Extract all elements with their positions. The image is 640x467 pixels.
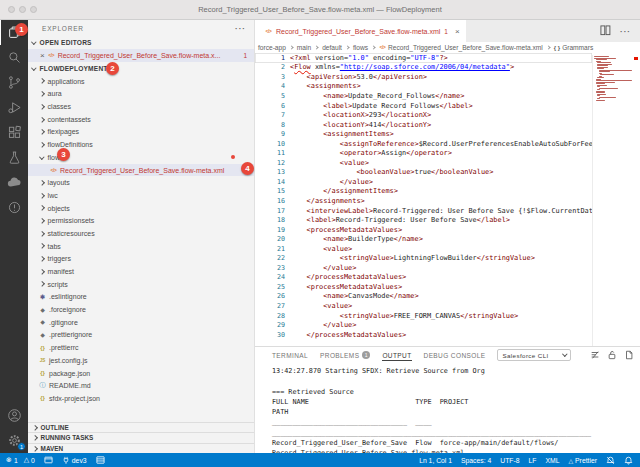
account-icon[interactable] bbox=[0, 403, 28, 428]
code-line-4[interactable]: 4 <assignments> bbox=[255, 82, 592, 92]
code-line-18[interactable]: 18 <label>Record-Triggered: User Before … bbox=[255, 215, 592, 225]
code-line-6[interactable]: 6 <label>Update Record Follows</label> bbox=[255, 101, 592, 111]
tree-item-permissionsets[interactable]: permissionsets bbox=[28, 214, 254, 227]
split-editor-icon[interactable] bbox=[600, 22, 611, 40]
clear-output-icon[interactable] bbox=[590, 350, 600, 361]
close-editor-icon[interactable]: × bbox=[40, 52, 45, 59]
window-controls[interactable] bbox=[8, 6, 37, 13]
run-debug-icon[interactable] bbox=[0, 95, 28, 120]
code-line-20[interactable]: 20 <name>BuilderType</name> bbox=[255, 234, 592, 244]
panel-tab-output[interactable]: OUTPUT bbox=[382, 347, 411, 363]
breadcrumb[interactable]: force-appmaindefaultflowsRecord_Triggere… bbox=[255, 42, 640, 53]
zoom-window-icon[interactable] bbox=[30, 6, 37, 13]
source-control-icon[interactable] bbox=[0, 70, 28, 95]
tree-item-applications[interactable]: applications bbox=[28, 75, 254, 88]
code-line-9[interactable]: 9 <assignmentItems> bbox=[255, 129, 592, 139]
indentation[interactable]: Spaces: 4 bbox=[461, 457, 491, 464]
breadcrumb-item[interactable]: flows bbox=[353, 44, 368, 51]
code-line-13[interactable]: 13 <booleanValue>true</booleanValue> bbox=[255, 168, 592, 178]
minimap[interactable] bbox=[592, 55, 632, 346]
code-line-22[interactable]: 22 <stringValue>LightningFlowBuilder</st… bbox=[255, 253, 592, 263]
code-line-24[interactable]: 24 </processMetadataValues> bbox=[255, 273, 592, 283]
tree-item--forceignore[interactable]: .forceignore bbox=[28, 303, 254, 316]
project-section-header[interactable]: FLOWDEPLOYMENT bbox=[28, 62, 254, 75]
tree-item-scripts[interactable]: scripts bbox=[28, 278, 254, 291]
tree-item-sfdx-project-json[interactable]: sfdx-project.json bbox=[28, 392, 254, 405]
panel-tab-terminal[interactable]: TERMINAL bbox=[272, 347, 308, 363]
tree-item-package-json[interactable]: package.json bbox=[28, 367, 254, 380]
code-line-17[interactable]: 17 <interviewLabel>Record-Triggered: Use… bbox=[255, 206, 592, 216]
code-line-28[interactable]: 28 <stringValue>FREE_FORM_CANVAS</string… bbox=[255, 311, 592, 321]
org-browser-icon[interactable] bbox=[96, 456, 105, 464]
code-line-3[interactable]: 3 <apiVersion>53.0</apiVersion> bbox=[255, 72, 592, 82]
unlock-scroll-icon[interactable] bbox=[607, 350, 617, 361]
code-editor[interactable]: 1<?xml version="1.0" encoding="UTF-8"?>2… bbox=[255, 53, 640, 346]
feedback-icon[interactable] bbox=[606, 456, 615, 465]
tree-item-readme-md[interactable]: README.md bbox=[28, 379, 254, 392]
tree-item-classes[interactable]: classes bbox=[28, 100, 254, 113]
tab-flow-meta-xml[interactable]: Record_Triggered_User_Before_Save.flow-m… bbox=[255, 20, 467, 42]
code-line-1[interactable]: 1<?xml version="1.0" encoding="UTF-8"?> bbox=[255, 53, 592, 63]
code-line-10[interactable]: 10 <assignToReference>$Record.UserPrefer… bbox=[255, 139, 592, 149]
code-line-19[interactable]: 19 <processMetadataValues> bbox=[255, 225, 592, 235]
default-org-status[interactable]: dev3 bbox=[62, 456, 87, 465]
code-line-21[interactable]: 21 <value> bbox=[255, 244, 592, 254]
code-line-5[interactable]: 5 <name>Update_Record_Follows</name> bbox=[255, 91, 592, 101]
code-line-23[interactable]: 23 </value> bbox=[255, 263, 592, 273]
language-mode[interactable]: XML bbox=[545, 457, 559, 464]
tree-item-aura[interactable]: aura bbox=[28, 88, 254, 101]
tree-item-tabs[interactable]: tabs bbox=[28, 240, 254, 253]
problems-status[interactable]: ⊗1 △0 bbox=[6, 456, 35, 464]
code-line-30[interactable]: 30 </processMetadataValues> bbox=[255, 330, 592, 340]
code-line-14[interactable]: 14 </value> bbox=[255, 177, 592, 187]
tree-item-objects[interactable]: objects bbox=[28, 202, 254, 215]
window-indicator-icon[interactable] bbox=[44, 456, 53, 464]
close-window-icon[interactable] bbox=[8, 6, 15, 13]
notifications-bell-icon[interactable] bbox=[624, 456, 633, 465]
views-actions-icon[interactable]: ··· bbox=[235, 24, 246, 33]
tree-item-lwc[interactable]: lwc bbox=[28, 189, 254, 202]
encoding[interactable]: UTF-8 bbox=[500, 457, 519, 464]
code-line-15[interactable]: 15 </assignmentItems> bbox=[255, 187, 592, 197]
salesforce-cloud-icon[interactable] bbox=[0, 170, 28, 195]
code-line-12[interactable]: 12 <value> bbox=[255, 158, 592, 168]
tree-item-jest-config-js[interactable]: jest.config.js bbox=[28, 354, 254, 367]
code-line-26[interactable]: 26 <name>CanvasMode</name> bbox=[255, 292, 592, 302]
org-issues-icon[interactable] bbox=[0, 195, 28, 220]
test-beaker-icon[interactable] bbox=[0, 145, 28, 170]
code-line-25[interactable]: 25 <processMetadataValues> bbox=[255, 282, 592, 292]
tree-item-triggers[interactable]: triggers bbox=[28, 253, 254, 266]
tree-item-staticresources[interactable]: staticresources bbox=[28, 227, 254, 240]
code-line-11[interactable]: 11 <operator>Assign</operator> bbox=[255, 148, 592, 158]
breadcrumb-item[interactable]: force-app bbox=[258, 44, 286, 51]
search-icon[interactable] bbox=[0, 45, 28, 70]
section-outline[interactable]: OUTLINE bbox=[28, 422, 254, 432]
section-running-tasks[interactable]: RUNNING TASKS bbox=[28, 432, 254, 442]
breadcrumb-item[interactable]: { }Grammars bbox=[554, 44, 593, 51]
code-line-16[interactable]: 16 </assignments> bbox=[255, 196, 592, 206]
tree-item-contentassets[interactable]: contentassets bbox=[28, 113, 254, 126]
extensions-icon[interactable] bbox=[0, 120, 28, 145]
tree-item--prettierignore[interactable]: .prettierignore bbox=[28, 329, 254, 342]
open-editors-header[interactable]: OPEN EDITORS bbox=[28, 37, 254, 50]
panel-tab-problems[interactable]: PROBLEMS1 bbox=[320, 347, 370, 363]
code-line-27[interactable]: 27 <value> bbox=[255, 301, 592, 311]
breadcrumb-item[interactable]: Record_Triggered_User_Before_Save.flow-m… bbox=[379, 43, 543, 52]
section-maven[interactable]: MAVEN bbox=[28, 443, 254, 453]
code-line-2[interactable]: 2<Flow xmlns="http://soap.sforce.com/200… bbox=[255, 63, 592, 73]
tree-item--eslintignore[interactable]: .eslintignore bbox=[28, 291, 254, 304]
code-line-29[interactable]: 29 </value> bbox=[255, 320, 592, 330]
output-channel-select[interactable]: Salesforce CLI bbox=[497, 349, 571, 361]
settings-gear-icon[interactable]: 1 bbox=[0, 428, 28, 453]
tree-item--gitignore[interactable]: .gitignore bbox=[28, 316, 254, 329]
tree-item-flexipages[interactable]: flexipages bbox=[28, 126, 254, 139]
breadcrumb-item[interactable]: default bbox=[322, 44, 342, 51]
prettier-status[interactable]: △Prettier bbox=[568, 457, 597, 464]
open-log-file-icon[interactable] bbox=[624, 350, 634, 361]
tree-item--prettierrc[interactable]: .prettierrc bbox=[28, 341, 254, 354]
panel-tab-debug-console[interactable]: DEBUG CONSOLE bbox=[424, 347, 486, 363]
breadcrumb-item[interactable]: main bbox=[297, 44, 311, 51]
code-line-8[interactable]: 8 <locationY>414</locationY> bbox=[255, 120, 592, 130]
tree-item-record-triggered-user-before-save-flow-meta-xml[interactable]: Record_Triggered_User_Before_Save.flow-m… bbox=[28, 164, 254, 177]
tree-item-manifest[interactable]: manifest bbox=[28, 265, 254, 278]
